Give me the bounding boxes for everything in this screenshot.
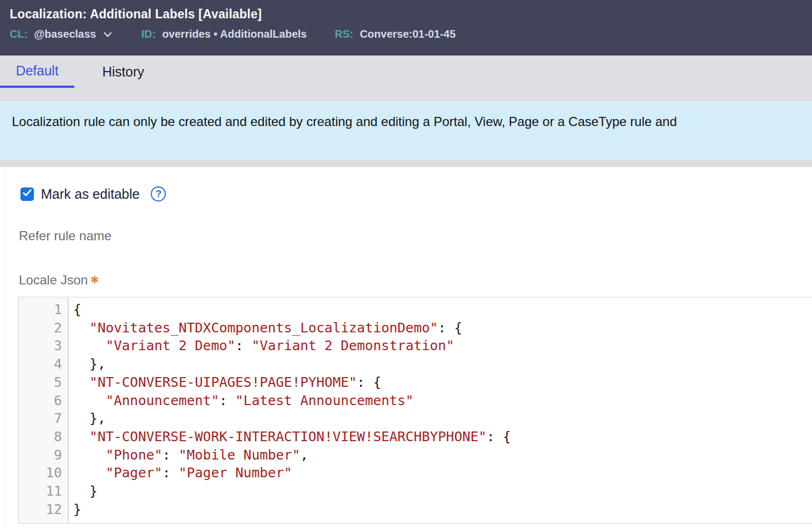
page-title: Localization: Additional Labels [Availab… [10, 7, 812, 22]
checkmark-icon [23, 189, 32, 199]
rule-id: ID: overrides • AdditionalLabels [141, 28, 306, 40]
code-line[interactable]: "Announcement": "Latest Announcements" [73, 392, 812, 410]
line-number: 2 [19, 319, 62, 337]
mark-as-editable-row: Mark as editable ? [20, 186, 812, 202]
rule-header: Localization: Additional Labels [Availab… [0, 0, 812, 55]
mark-as-editable-label: Mark as editable [41, 186, 139, 202]
required-marker: ✱ [90, 274, 99, 286]
id-value: overrides • AdditionalLabels [162, 28, 307, 40]
divider-strip [0, 160, 812, 167]
line-number: 6 [19, 392, 62, 410]
help-icon[interactable]: ? [151, 186, 166, 201]
rule-meta-row: CL: @baseclass ID: overrides • Additiona… [10, 28, 812, 40]
code-line[interactable]: { [73, 301, 812, 319]
class-selector[interactable]: CL: @baseclass [10, 28, 113, 40]
line-number: 12 [19, 500, 62, 519]
class-value[interactable]: @baseclass [34, 28, 96, 40]
code-line[interactable]: "NT-CONVERSE-UIPAGES!PAGE!PYHOME": { [73, 373, 812, 392]
info-banner: Localization rule can only be created an… [0, 101, 812, 160]
tab-history[interactable]: History [90, 55, 157, 88]
code-line[interactable]: } [73, 482, 812, 500]
ruleset-label: RS: [335, 28, 353, 40]
code-content[interactable]: { "Novitates_NTDXComponents_Localization… [68, 297, 812, 523]
code-line[interactable]: "Pager": "Pager Number" [73, 464, 812, 482]
rule-form-panel: Mark as editable ? Refer rule name Local… [4, 167, 812, 527]
code-line[interactable]: "Phone": "Mobile Number", [73, 446, 812, 464]
line-number: 7 [19, 409, 62, 428]
code-line[interactable]: "Variant 2 Demo": "Variant 2 Demonstrati… [73, 337, 812, 355]
line-number: 9 [19, 446, 62, 464]
line-number: 1 [19, 301, 62, 319]
code-line[interactable]: }, [73, 409, 812, 428]
ruleset-info: RS: Converse:01-01-45 [335, 28, 456, 40]
ruleset-value: Converse:01-01-45 [360, 28, 456, 40]
refer-rule-name-label: Refer rule name [19, 228, 812, 243]
line-number: 4 [19, 355, 62, 373]
code-line[interactable]: }, [73, 355, 812, 373]
line-number: 3 [19, 337, 62, 355]
line-number-gutter: 123456789101112 [19, 297, 68, 523]
locale-json-label: Locale Json✱ [19, 273, 812, 288]
line-number: 8 [19, 428, 62, 446]
class-label: CL: [10, 28, 27, 40]
line-number: 10 [19, 464, 62, 482]
mark-as-editable-checkbox[interactable] [20, 187, 34, 201]
tab-default[interactable]: Default [0, 55, 74, 88]
code-line[interactable]: "NT-CONVERSE-WORK-INTERACTION!VIEW!SEARC… [73, 428, 812, 446]
line-number: 5 [19, 373, 62, 392]
code-line[interactable]: } [73, 500, 812, 519]
tab-bar: Default History [0, 55, 812, 101]
code-editor[interactable]: 123456789101112 { "Novitates_NTDXCompone… [18, 297, 812, 524]
line-number: 11 [19, 482, 62, 500]
code-line[interactable]: "Novitates_NTDXComponents_LocalizationDe… [73, 319, 812, 337]
chevron-down-icon[interactable] [102, 29, 113, 40]
id-label: ID: [141, 28, 156, 40]
